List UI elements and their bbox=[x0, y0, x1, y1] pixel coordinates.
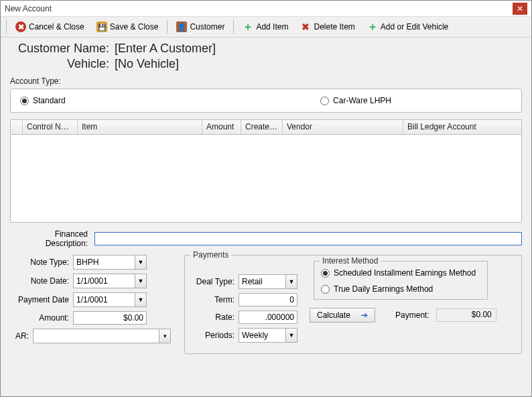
toolbar-separator bbox=[167, 20, 168, 34]
window: New Account ✕ ✖ Cancel & Close 💾 Save & … bbox=[0, 0, 532, 397]
account-type-label: Account Type: bbox=[10, 76, 522, 86]
cancel-icon: ✖ bbox=[15, 21, 26, 32]
ar-input[interactable] bbox=[33, 329, 159, 343]
calculate-button[interactable]: Calculate ➔ bbox=[310, 308, 375, 323]
term-input[interactable] bbox=[239, 293, 297, 306]
deal-type-combo[interactable]: ▼ bbox=[239, 274, 297, 289]
financed-description-input[interactable] bbox=[94, 232, 522, 245]
customer-label: Customer bbox=[190, 22, 224, 32]
col-bill-ledger[interactable]: Bill Ledger Account bbox=[403, 120, 521, 134]
bottom-section: Note Type: ▼ Note Date: ▼ Payment Date bbox=[10, 255, 522, 354]
payment-date-combo[interactable]: ▼ bbox=[73, 292, 147, 307]
radio-carware-label: Car-Ware LHPH bbox=[333, 96, 391, 105]
col-create-bill[interactable]: Create Bill bbox=[241, 120, 283, 134]
chevron-down-icon[interactable]: ▾ bbox=[159, 329, 171, 343]
amount-input[interactable] bbox=[73, 311, 147, 325]
note-type-combo[interactable]: ▼ bbox=[73, 255, 147, 270]
close-button[interactable]: ✕ bbox=[513, 3, 527, 15]
add-vehicle-label: Add or Edit Vehicle bbox=[381, 22, 448, 32]
payment-date-label: Payment Date bbox=[10, 295, 73, 304]
cancel-close-label: Cancel & Close bbox=[29, 22, 84, 32]
note-type-label: Note Type: bbox=[10, 258, 73, 267]
content-area: Customer Name: [Enter A Customer] Vehicl… bbox=[1, 38, 531, 396]
note-form: Note Type: ▼ Note Date: ▼ Payment Date bbox=[10, 255, 171, 354]
radio-standard[interactable]: Standard bbox=[20, 96, 66, 105]
note-date-combo[interactable]: ▼ bbox=[73, 274, 147, 288]
items-grid[interactable]: Control Num… Item Amount Create Bill Ven… bbox=[10, 119, 522, 223]
add-edit-vehicle-button[interactable]: ＋ Add or Edit Vehicle bbox=[362, 19, 453, 34]
note-type-input[interactable] bbox=[73, 255, 135, 270]
customer-button[interactable]: 👤 Customer bbox=[172, 19, 229, 34]
col-item[interactable]: Item bbox=[78, 120, 202, 134]
save-icon: 💾 bbox=[96, 21, 107, 32]
rate-label: Rate: bbox=[192, 313, 239, 322]
financed-description-label: Financed Description: bbox=[10, 229, 90, 248]
account-type-group: Standard Car-Ware LHPH bbox=[10, 89, 522, 113]
radio-standard-label: Standard bbox=[33, 96, 66, 105]
payments-legend: Payments bbox=[190, 250, 231, 260]
calculate-row: Calculate ➔ Payment: $0.00 bbox=[310, 308, 515, 323]
radio-scheduled[interactable]: Scheduled Installment Earnings Method bbox=[321, 268, 480, 278]
arrow-right-icon: ➔ bbox=[361, 310, 368, 320]
vehicle-value: [No Vehicle] bbox=[115, 57, 179, 71]
payments-right: Interest Method Scheduled Installment Ea… bbox=[310, 261, 515, 347]
chevron-down-icon[interactable]: ▼ bbox=[135, 274, 147, 288]
titlebar: New Account ✕ bbox=[1, 1, 531, 17]
payment-label: Payment: bbox=[395, 310, 429, 320]
col-control-num[interactable]: Control Num… bbox=[23, 120, 78, 134]
note-date-input[interactable] bbox=[73, 274, 135, 288]
periods-combo[interactable]: ▼ bbox=[239, 328, 297, 343]
header-customer-row: Customer Name: [Enter A Customer] bbox=[10, 42, 522, 56]
plus-icon: ＋ bbox=[243, 21, 253, 32]
radio-true-daily[interactable]: True Daily Earnings Method bbox=[321, 284, 480, 294]
grid-row-selector-header[interactable] bbox=[11, 120, 23, 134]
plus-icon: ＋ bbox=[367, 21, 378, 32]
note-date-label: Note Date: bbox=[10, 276, 73, 286]
delete-item-label: Delete Item bbox=[314, 22, 354, 32]
col-amount[interactable]: Amount bbox=[202, 120, 241, 134]
calculate-label: Calculate bbox=[317, 310, 350, 320]
payments-left: Deal Type: ▼ Term: Rate: bbox=[192, 261, 306, 347]
x-icon: ✖ bbox=[300, 21, 311, 32]
header-vehicle-row: Vehicle: [No Vehicle] bbox=[10, 57, 522, 71]
cancel-close-button[interactable]: ✖ Cancel & Close bbox=[11, 19, 89, 34]
payments-fieldset: Payments Deal Type: ▼ Term: bbox=[184, 255, 522, 354]
financed-description-row: Financed Description: bbox=[10, 229, 522, 248]
add-item-label: Add Item bbox=[256, 22, 288, 32]
close-icon: ✕ bbox=[517, 4, 523, 13]
ar-label: AR: bbox=[10, 331, 33, 341]
window-title: New Account bbox=[5, 4, 52, 13]
radio-carware[interactable]: Car-Ware LHPH bbox=[320, 96, 391, 105]
ar-combo[interactable]: ▾ bbox=[33, 329, 171, 343]
save-close-button[interactable]: 💾 Save & Close bbox=[92, 19, 163, 34]
customer-name-value: [Enter A Customer] bbox=[115, 42, 216, 56]
col-vendor[interactable]: Vendor bbox=[283, 120, 403, 134]
radio-icon bbox=[320, 97, 329, 105]
customer-name-label: Customer Name: bbox=[10, 42, 115, 56]
grid-header: Control Num… Item Amount Create Bill Ven… bbox=[11, 120, 521, 135]
interest-method-group: Interest Method Scheduled Installment Ea… bbox=[314, 261, 488, 300]
delete-item-button[interactable]: ✖ Delete Item bbox=[295, 19, 359, 34]
vehicle-label: Vehicle: bbox=[10, 57, 115, 71]
periods-input[interactable] bbox=[239, 328, 285, 343]
add-item-button[interactable]: ＋ Add Item bbox=[238, 19, 293, 34]
payment-date-input[interactable] bbox=[73, 292, 135, 307]
rate-input[interactable] bbox=[239, 310, 297, 324]
toolbar-separator bbox=[233, 20, 234, 34]
chevron-down-icon[interactable]: ▼ bbox=[285, 274, 297, 289]
grid-body[interactable] bbox=[11, 135, 521, 222]
chevron-down-icon[interactable]: ▼ bbox=[135, 292, 147, 307]
deal-type-input[interactable] bbox=[239, 274, 285, 289]
radio-icon bbox=[20, 97, 29, 105]
chevron-down-icon[interactable]: ▼ bbox=[285, 328, 297, 343]
toolbar: ✖ Cancel & Close 💾 Save & Close 👤 Custom… bbox=[1, 17, 531, 38]
radio-icon bbox=[321, 285, 330, 294]
radio-scheduled-label: Scheduled Installment Earnings Method bbox=[334, 268, 476, 278]
deal-type-label: Deal Type: bbox=[192, 277, 239, 286]
term-label: Term: bbox=[192, 295, 239, 304]
interest-method-legend: Interest Method bbox=[320, 256, 381, 266]
radio-icon bbox=[321, 269, 330, 278]
chevron-down-icon[interactable]: ▼ bbox=[135, 255, 147, 270]
periods-label: Periods: bbox=[192, 331, 239, 340]
payment-value: $0.00 bbox=[436, 308, 496, 322]
